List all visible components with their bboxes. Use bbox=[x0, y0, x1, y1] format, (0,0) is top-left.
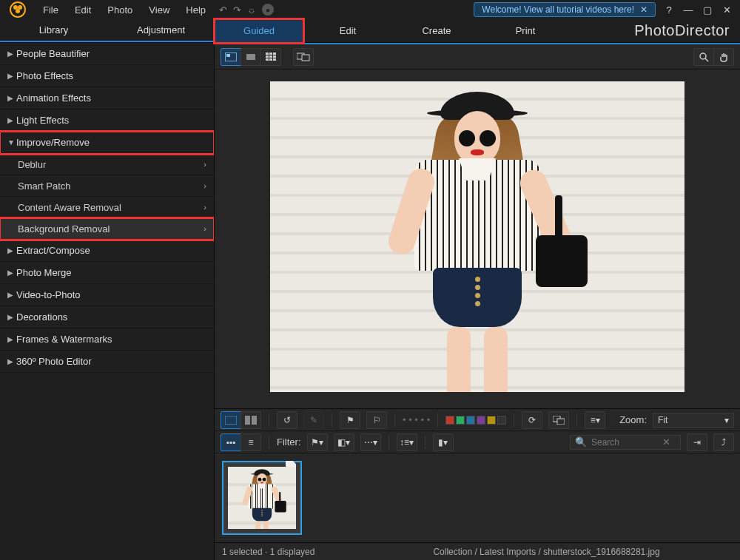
menu-file[interactable]: File bbox=[36, 1, 66, 18]
sidebar-sub-label: Smart Patch bbox=[18, 181, 71, 192]
color-labels bbox=[445, 416, 506, 425]
clear-search-icon[interactable]: ✕ bbox=[662, 436, 670, 448]
tab-create[interactable]: Create bbox=[392, 20, 481, 42]
menu-help[interactable]: Help bbox=[178, 1, 213, 18]
modebar-left: Library Adjustment bbox=[0, 19, 215, 42]
svg-rect-5 bbox=[273, 53, 276, 55]
minimize-icon[interactable]: — bbox=[679, 4, 697, 16]
main: ▶People Beautifier ▶Photo Effects ▶Anima… bbox=[0, 43, 740, 560]
help-icon[interactable]: ? bbox=[660, 4, 678, 16]
sidebar-sub-background-removal[interactable]: Background Removal› bbox=[0, 218, 214, 240]
svg-rect-18 bbox=[252, 416, 257, 425]
viewbar bbox=[215, 44, 740, 70]
sidebar-sub-deblur[interactable]: Deblur› bbox=[0, 154, 214, 175]
flag-icon[interactable]: ⚑ bbox=[340, 411, 360, 429]
zoom-label: Zoom: bbox=[619, 414, 647, 425]
thumbnail[interactable] bbox=[222, 461, 302, 535]
sidebar-item-video-to-photo[interactable]: ▶Video-to-Photo bbox=[0, 284, 214, 306]
thumb-size-small-icon[interactable]: ▪▪▪ bbox=[221, 434, 241, 451]
sidebar-item-people-beautifier[interactable]: ▶People Beautifier bbox=[0, 43, 214, 65]
redo-icon[interactable]: ↷ bbox=[233, 4, 241, 16]
sidebar-label: People Beautifier bbox=[16, 48, 90, 59]
sidebar-label: Improve/Remove bbox=[16, 137, 90, 148]
color-swatch[interactable] bbox=[445, 416, 454, 425]
sidebar-item-photo-effects[interactable]: ▶Photo Effects bbox=[0, 65, 214, 87]
compare-overlay-icon[interactable] bbox=[548, 411, 569, 429]
quick-toolbar: ↶ ↷ ☼ ● bbox=[213, 4, 280, 16]
menu-photo[interactable]: Photo bbox=[100, 1, 140, 18]
color-swatch[interactable] bbox=[487, 416, 496, 425]
sidebar-item-extract-compose[interactable]: ▶Extract/Compose bbox=[0, 240, 214, 262]
compare-single-icon[interactable] bbox=[221, 411, 241, 429]
histogram-icon[interactable]: ≡▾ bbox=[585, 411, 605, 429]
sidebar-item-animation-effects[interactable]: ▶Animation Effects bbox=[0, 87, 214, 109]
menu-view[interactable]: View bbox=[141, 1, 177, 18]
maximize-icon[interactable]: ▢ bbox=[699, 4, 716, 16]
stack-dropdown[interactable]: ▮▾ bbox=[433, 434, 454, 451]
refresh-icon[interactable]: ⟳ bbox=[522, 411, 542, 429]
single-view-icon[interactable] bbox=[221, 48, 241, 66]
svg-rect-4 bbox=[269, 53, 272, 55]
photo-preview bbox=[270, 81, 684, 392]
thumbnail-strip bbox=[215, 453, 740, 542]
tab-adjustment[interactable]: Adjustment bbox=[107, 19, 215, 41]
sidebar-sub-label: Background Removal bbox=[18, 223, 110, 235]
menu-edit[interactable]: Edit bbox=[67, 1, 98, 18]
sidebar-item-frames-watermarks[interactable]: ▶Frames & Watermarks bbox=[0, 328, 214, 351]
zoom-value: Fit bbox=[658, 415, 667, 425]
sidebar-sub-smart-patch[interactable]: Smart Patch› bbox=[0, 175, 214, 197]
magnifier-icon[interactable] bbox=[693, 48, 714, 66]
hand-pan-icon[interactable] bbox=[713, 48, 734, 66]
rotate-left-icon[interactable]: ↺ bbox=[277, 411, 297, 429]
search-box[interactable]: 🔍 ✕ bbox=[570, 435, 681, 450]
tutorial-banner[interactable]: Welcome! View all tutorial videos here! … bbox=[474, 2, 656, 17]
secondary-monitor-icon[interactable] bbox=[293, 48, 314, 66]
search-input[interactable] bbox=[591, 437, 658, 448]
gear-icon[interactable]: ☼ bbox=[247, 4, 256, 16]
statusbar: 1 selected · 1 displayed Collection / La… bbox=[215, 542, 740, 560]
compare-split-icon[interactable] bbox=[240, 411, 261, 429]
undo-icon[interactable]: ↶ bbox=[219, 4, 227, 16]
grid-view-icon[interactable] bbox=[260, 48, 281, 66]
app-title: PhotoDirector bbox=[634, 22, 740, 39]
fit-view-icon[interactable] bbox=[240, 48, 261, 66]
crop-icon[interactable]: ✎ bbox=[303, 411, 324, 429]
tab-print[interactable]: Print bbox=[481, 20, 570, 42]
view-mode-group bbox=[221, 48, 281, 66]
svg-rect-16 bbox=[225, 416, 237, 425]
sidebar-item-photo-merge[interactable]: ▶Photo Merge bbox=[0, 262, 214, 284]
filter-flag-dropdown[interactable]: ⚑▾ bbox=[307, 434, 328, 451]
close-icon[interactable]: ✕ bbox=[640, 4, 648, 15]
import-icon[interactable]: ⇥ bbox=[687, 434, 707, 451]
sort-dropdown[interactable]: ↕≡▾ bbox=[397, 434, 417, 451]
chevron-right-icon: › bbox=[204, 224, 206, 233]
thumb-list-icon[interactable]: ≡ bbox=[240, 434, 261, 451]
zoom-select[interactable]: Fit▾ bbox=[653, 413, 734, 428]
sidebar-label: Decorations bbox=[16, 311, 67, 323]
sidebar-item-improve-remove[interactable]: ▼Improve/Remove bbox=[0, 132, 214, 154]
reject-icon[interactable]: ⚐ bbox=[366, 411, 387, 429]
color-swatch[interactable] bbox=[497, 416, 506, 425]
filter-label-dropdown[interactable]: ◧▾ bbox=[334, 434, 354, 451]
color-swatch[interactable] bbox=[477, 416, 485, 425]
search-icon: 🔍 bbox=[575, 436, 587, 448]
tab-edit[interactable]: Edit bbox=[303, 20, 392, 42]
canvas[interactable] bbox=[215, 70, 740, 408]
close-window-icon[interactable]: ✕ bbox=[718, 4, 736, 16]
tab-guided[interactable]: Guided bbox=[215, 19, 303, 43]
sidebar-item-decorations[interactable]: ▶Decorations bbox=[0, 306, 214, 328]
color-swatch[interactable] bbox=[456, 416, 465, 425]
filter-rating-dropdown[interactable]: ⋯▾ bbox=[360, 434, 381, 451]
sidebar-item-light-effects[interactable]: ▶Light Effects bbox=[0, 109, 214, 132]
sidebar-item-360-editor[interactable]: ▶360º Photo Editor bbox=[0, 351, 214, 373]
color-swatch[interactable] bbox=[466, 416, 475, 425]
sidebar-sub-label: Deblur bbox=[18, 159, 46, 170]
rating-dots[interactable]: • • • • • bbox=[403, 414, 430, 425]
tab-library[interactable]: Library bbox=[0, 19, 107, 41]
modebar-right: Guided Edit Create Print PhotoDirector bbox=[215, 19, 740, 42]
bell-icon[interactable]: ● bbox=[262, 4, 274, 16]
sidebar-sub-content-aware[interactable]: Content Aware Removal› bbox=[0, 197, 214, 218]
sidebar-label: Photo Effects bbox=[16, 70, 73, 81]
export-icon[interactable]: ⤴ bbox=[713, 434, 734, 451]
chevron-right-icon: › bbox=[204, 181, 206, 190]
